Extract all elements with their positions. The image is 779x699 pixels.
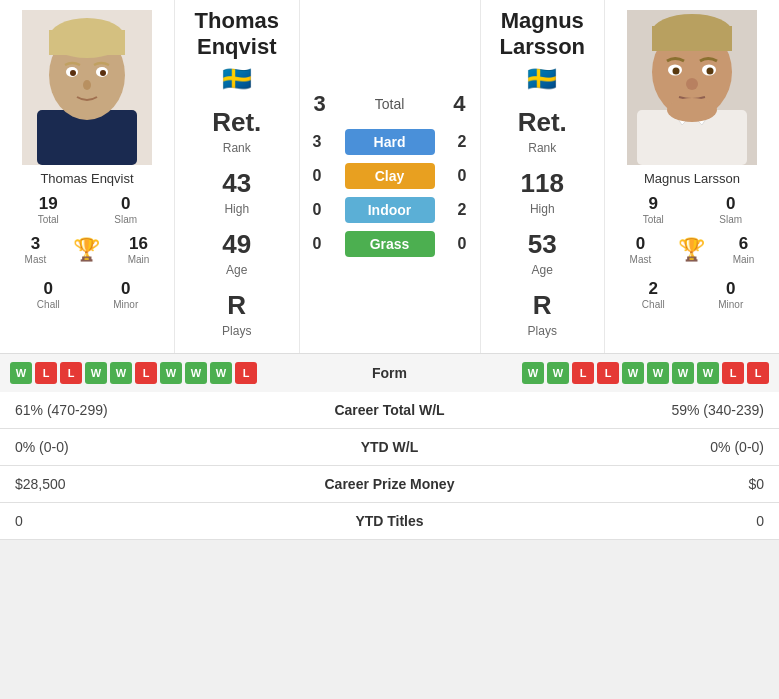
total-left-val: 3 — [305, 91, 335, 117]
left-high-val: 43 — [222, 168, 251, 199]
form-section: WLLWWLWWWL Form WWLLWWWWLL — [0, 353, 779, 392]
right-stats-grid: 9 Total 0 Slam — [615, 191, 770, 228]
ytd-wl-label: YTD W/L — [260, 428, 520, 465]
right-chall-label: Chall — [618, 299, 690, 310]
right-flag: 🇸🇪 — [527, 65, 557, 93]
left-minor-cell: 0 Minor — [87, 276, 165, 313]
svg-rect-16 — [652, 26, 732, 51]
clay-button[interactable]: Clay — [345, 163, 435, 189]
indoor-row: 0 Indoor 2 — [305, 197, 475, 223]
right-high-val: 118 — [521, 168, 564, 199]
left-main-label: Main — [128, 254, 150, 265]
indoor-left: 0 — [305, 201, 330, 219]
right-prize: $0 — [519, 465, 779, 502]
form-badge-l: L — [722, 362, 744, 384]
left-ytd-wl: 0% (0-0) — [0, 428, 260, 465]
right-age-val: 53 — [528, 229, 557, 260]
grass-left: 0 — [305, 235, 330, 253]
left-title-name: Thomas Enqvist — [195, 8, 279, 61]
left-age-lbl: Age — [226, 263, 247, 277]
right-plays-val: R — [528, 290, 557, 321]
svg-point-10 — [83, 80, 91, 90]
left-player-name: Thomas Enqvist — [40, 171, 133, 186]
form-badge-w: W — [110, 362, 132, 384]
clay-row: 0 Clay 0 — [305, 163, 475, 189]
total-row: 3 Total 4 — [305, 91, 475, 117]
total-right-val: 4 — [444, 91, 474, 117]
hard-left: 3 — [305, 133, 330, 151]
left-high-lbl: High — [224, 202, 249, 216]
career-wl-row: 61% (470-299) Career Total W/L 59% (340-… — [0, 392, 779, 429]
surfaces-col: 3 Total 4 3 Hard 2 0 Clay 0 0 Indoor 2 — [300, 0, 480, 353]
left-minor: 0 — [90, 279, 162, 299]
right-main: 6 — [733, 234, 755, 254]
right-slam-cell: 0 Slam — [692, 191, 770, 228]
left-total-cell: 19 Total — [10, 191, 88, 228]
right-plays-lbl: Plays — [528, 324, 557, 338]
indoor-right: 2 — [450, 201, 475, 219]
right-titles: 0 — [519, 502, 779, 539]
right-form-badges: WWLLWWWWLL — [450, 362, 770, 384]
hard-right: 2 — [450, 133, 475, 151]
grass-button[interactable]: Grass — [345, 231, 435, 257]
left-age-item: 49 Age — [222, 229, 251, 278]
svg-point-22 — [667, 98, 717, 122]
indoor-button[interactable]: Indoor — [345, 197, 435, 223]
center-right: Magnus Larsson 🇸🇪 Ret. Rank 118 High 53 … — [480, 0, 605, 353]
left-plays-lbl: Plays — [222, 324, 251, 338]
grass-right: 0 — [450, 235, 475, 253]
total-label: Total — [375, 96, 405, 112]
svg-rect-5 — [49, 30, 125, 55]
svg-point-20 — [707, 68, 714, 75]
left-mast: 3 — [25, 234, 47, 254]
right-player-name: Magnus Larsson — [644, 171, 740, 186]
right-player-col: Magnus Larsson 9 Total 0 Slam 0 Mast 🏆 — [604, 0, 779, 353]
form-badge-l: L — [747, 362, 769, 384]
right-trophy-row: 0 Mast 🏆 6 Main — [615, 231, 770, 268]
right-chall-cell: 2 Chall — [615, 276, 693, 313]
left-slam-cell: 0 Slam — [87, 191, 165, 228]
clay-right: 0 — [450, 167, 475, 185]
left-stats-grid: 19 Total 0 Slam — [10, 191, 165, 228]
right-main-label: Main — [733, 254, 755, 265]
right-rank-val: Ret. — [518, 107, 567, 138]
titles-row: 0 YTD Titles 0 — [0, 502, 779, 539]
right-age-item: 53 Age — [528, 229, 557, 278]
right-career-wl: 59% (340-239) — [519, 392, 779, 429]
left-mast-cell: 3 Mast — [22, 231, 50, 268]
center-left: Thomas Enqvist 🇸🇪 Ret. Rank 43 High 49 A… — [175, 0, 300, 353]
form-badge-w: W — [547, 362, 569, 384]
left-trophy-icon: 🏆 — [73, 237, 100, 263]
form-badge-l: L — [572, 362, 594, 384]
hard-button[interactable]: Hard — [345, 129, 435, 155]
right-age-lbl: Age — [532, 263, 553, 277]
left-trophy-row: 3 Mast 🏆 16 Main — [10, 231, 165, 268]
form-badge-w: W — [85, 362, 107, 384]
right-minor-cell: 0 Minor — [692, 276, 770, 313]
left-chall: 0 — [13, 279, 85, 299]
top-section: Thomas Enqvist 19 Total 0 Slam 3 Mast 🏆 — [0, 0, 779, 353]
clay-left: 0 — [305, 167, 330, 185]
svg-point-9 — [100, 70, 106, 76]
svg-point-8 — [70, 70, 76, 76]
form-badge-l: L — [597, 362, 619, 384]
left-mast-label: Mast — [25, 254, 47, 265]
career-wl-label: Career Total W/L — [260, 392, 520, 429]
right-high-item: 118 High — [521, 168, 564, 217]
left-prize: $28,500 — [0, 465, 260, 502]
right-total-label: Total — [618, 214, 690, 225]
left-slam: 0 — [90, 194, 162, 214]
grass-row: 0 Grass 0 — [305, 231, 475, 257]
main-container: Thomas Enqvist 19 Total 0 Slam 3 Mast 🏆 — [0, 0, 779, 540]
left-main: 16 — [128, 234, 150, 254]
svg-point-21 — [686, 78, 698, 90]
form-badge-w: W — [210, 362, 232, 384]
right-plays-item: R Plays — [528, 290, 557, 339]
right-player-image-area — [627, 10, 757, 165]
right-bottom-stats: 2 Chall 0 Minor — [615, 276, 770, 313]
form-label: Form — [330, 365, 450, 381]
left-chall-cell: 0 Chall — [10, 276, 88, 313]
left-titles: 0 — [0, 502, 260, 539]
hard-row: 3 Hard 2 — [305, 129, 475, 155]
form-badge-w: W — [622, 362, 644, 384]
